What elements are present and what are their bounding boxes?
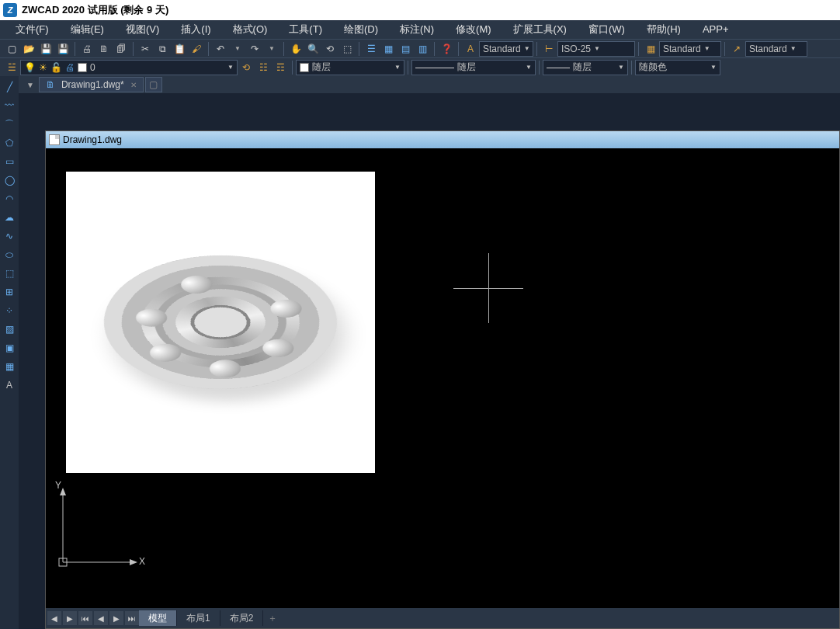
ucs-x-label: X <box>139 556 145 567</box>
dim-style-dropdown[interactable]: ISO-25 ▼ <box>557 41 635 57</box>
other-style-dropdown[interactable]: Standard ▼ <box>745 41 807 57</box>
scroll-right-icon[interactable]: ▶ <box>63 611 77 625</box>
zoom-icon[interactable]: 🔍 <box>304 41 321 57</box>
document-tab-active[interactable]: 🗎 Drawing1.dwg* ✕ <box>39 77 144 92</box>
tabs-chevron-icon[interactable]: ▼ <box>23 81 37 89</box>
insert-icon[interactable]: ⊞ <box>2 284 17 300</box>
menu-insert[interactable]: 插入(I) <box>170 20 221 39</box>
new-tab-button[interactable]: ▢ <box>145 77 162 92</box>
text-style-value: Standard <box>483 43 521 54</box>
saveas-icon[interactable]: 💾 <box>54 41 71 57</box>
menu-edit[interactable]: 编辑(E) <box>60 20 115 39</box>
chevron-down-icon: ▼ <box>704 45 710 52</box>
print-preview-icon[interactable]: 🗎 <box>95 41 113 57</box>
match-prop-icon[interactable]: 🖌 <box>188 41 205 57</box>
paste-icon[interactable]: 📋 <box>171 41 188 57</box>
undo-icon[interactable]: ↶ <box>212 41 229 57</box>
lineweight-preview <box>547 68 570 68</box>
spline-icon[interactable]: ∿ <box>2 228 17 244</box>
lineweight-dropdown[interactable]: 随层 ▼ <box>543 60 628 75</box>
table-style-icon[interactable]: ▦ <box>642 41 659 57</box>
line-icon[interactable]: ╱ <box>2 79 17 95</box>
text-style-dropdown[interactable]: Standard ▼ <box>479 41 533 57</box>
add-layout-button[interactable]: ＋ <box>263 610 282 626</box>
circle-icon[interactable]: ◯ <box>2 172 17 188</box>
menu-help[interactable]: 帮助(H) <box>636 20 692 39</box>
drawing-window-title-bar[interactable]: Drawing1.dwg <box>46 131 839 148</box>
chevron-down-icon: ▼ <box>710 64 717 71</box>
redo-icon[interactable]: ↷ <box>246 41 263 57</box>
ucs-icon: Y X <box>55 485 148 580</box>
separator <box>631 61 632 75</box>
nav-last-icon[interactable]: ⏭ <box>125 611 139 625</box>
design-center-icon[interactable]: ▦ <box>380 41 397 57</box>
nav-prev-icon[interactable]: ◀ <box>94 611 108 625</box>
menu-app[interactable]: APP+ <box>692 20 740 39</box>
menu-view[interactable]: 视图(V) <box>115 20 170 39</box>
redo-dropdown-icon[interactable]: ▼ <box>263 41 280 57</box>
save-icon[interactable]: 💾 <box>37 41 54 57</box>
calculator-icon[interactable]: ▥ <box>414 41 431 57</box>
text-icon[interactable]: A <box>2 377 17 393</box>
zoom-window-icon[interactable]: ⬚ <box>338 41 356 57</box>
hatch-icon[interactable]: ▨ <box>2 321 17 337</box>
menu-dim[interactable]: 标注(N) <box>389 20 445 39</box>
color-dropdown[interactable]: 随层 ▼ <box>296 60 404 75</box>
title-bar: Z ZWCAD 2020 试用版 (剩余 9 天) <box>0 0 840 20</box>
separator <box>408 61 408 75</box>
text-style-icon[interactable]: A <box>462 41 479 57</box>
tool-palette-icon[interactable]: ▤ <box>397 41 414 57</box>
open-icon[interactable]: 📂 <box>20 41 37 57</box>
layout-tab-model[interactable]: 模型 <box>139 610 177 626</box>
table-style-dropdown[interactable]: Standard ▼ <box>659 41 721 57</box>
separator <box>458 42 459 56</box>
lock-icon: 🔓 <box>50 62 62 73</box>
layer-state-icon[interactable]: ☷ <box>255 60 272 75</box>
point-icon[interactable]: ⁘ <box>2 303 17 318</box>
region-icon[interactable]: ▣ <box>2 340 17 356</box>
help-icon[interactable]: ❓ <box>438 41 455 57</box>
layer-previous-icon[interactable]: ⟲ <box>238 60 255 75</box>
close-icon[interactable]: ✕ <box>130 81 137 89</box>
publish-icon[interactable]: 🗐 <box>113 41 130 57</box>
rectangle-icon[interactable]: ▭ <box>2 154 17 169</box>
menu-window[interactable]: 窗口(W) <box>578 20 636 39</box>
block-icon[interactable]: ⬚ <box>2 266 17 281</box>
nav-next-icon[interactable]: ▶ <box>109 611 123 625</box>
properties-icon[interactable]: ☰ <box>363 41 380 57</box>
menu-tools[interactable]: 工具(T) <box>278 20 333 39</box>
layer-dropdown[interactable]: 💡 ☀ 🔓 🖨 0 ▼ <box>20 60 238 75</box>
linetype-dropdown[interactable]: 随层 ▼ <box>411 60 536 75</box>
new-icon[interactable]: ▢ <box>3 41 20 57</box>
menu-file[interactable]: 文件(F) <box>5 20 60 39</box>
arc-icon[interactable]: ⌒ <box>2 116 17 132</box>
undo-dropdown-icon[interactable]: ▼ <box>229 41 246 57</box>
multileader-style-icon[interactable]: ↗ <box>728 41 745 57</box>
menu-ext[interactable]: 扩展工具(X) <box>502 20 578 39</box>
cut-icon[interactable]: ✂ <box>137 41 154 57</box>
layout-tab-1[interactable]: 布局1 <box>177 610 220 626</box>
table-icon[interactable]: ▦ <box>2 359 17 374</box>
copy-icon[interactable]: ⧉ <box>154 41 171 57</box>
pan-icon[interactable]: ✋ <box>287 41 304 57</box>
dim-style-icon[interactable]: ⊢ <box>540 41 557 57</box>
polygon-icon[interactable]: ⬠ <box>2 135 17 151</box>
menu-format[interactable]: 格式(O) <box>222 20 279 39</box>
chevron-down-icon: ▼ <box>394 64 401 71</box>
layer-iso-icon[interactable]: ☶ <box>272 60 289 75</box>
print-icon[interactable]: 🖨 <box>78 41 95 57</box>
menu-modify[interactable]: 修改(M) <box>445 20 502 39</box>
revcloud-icon[interactable]: ☁ <box>2 210 17 225</box>
zoom-previous-icon[interactable]: ⟲ <box>321 41 338 57</box>
layer-toolbar: ☱ 💡 ☀ 🔓 🖨 0 ▼ ⟲ ☷ ☶ 随层 ▼ 随层 ▼ 随层 ▼ 随颜色 ▼ <box>0 57 840 76</box>
polyline-icon[interactable]: 〰 <box>2 98 17 113</box>
menu-draw[interactable]: 绘图(D) <box>333 20 389 39</box>
ellipse-icon[interactable]: ⬭ <box>2 247 17 262</box>
nav-first-icon[interactable]: ⏮ <box>78 611 92 625</box>
layer-manager-icon[interactable]: ☱ <box>3 60 20 75</box>
ellipse-arc-icon[interactable]: ◠ <box>2 191 17 207</box>
layout-tab-2[interactable]: 布局2 <box>220 610 264 626</box>
drawing-canvas[interactable]: Y X <box>46 148 839 608</box>
scroll-left-icon[interactable]: ◀ <box>47 611 61 625</box>
plotstyle-dropdown[interactable]: 随颜色 ▼ <box>635 60 720 75</box>
